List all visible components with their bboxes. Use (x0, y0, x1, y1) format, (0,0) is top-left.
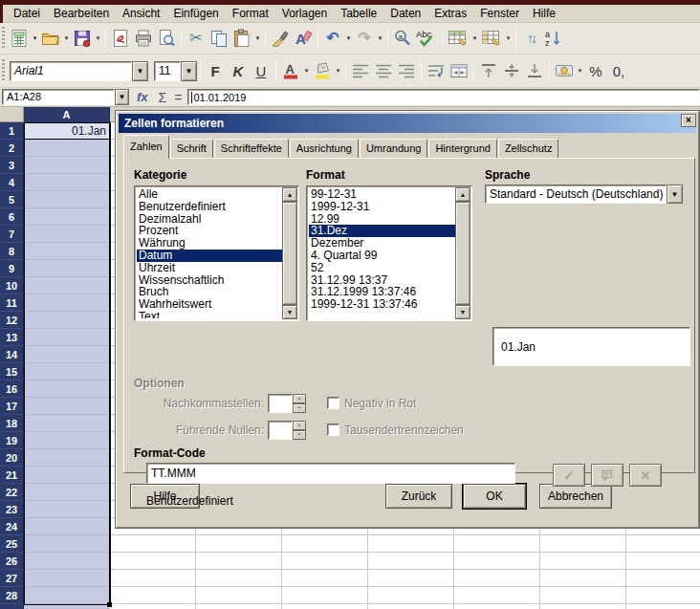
merge-cells-icon[interactable] (448, 59, 470, 82)
underline-icon[interactable]: U (250, 59, 273, 82)
row-header[interactable]: 21 (0, 467, 24, 484)
ok-button[interactable]: OK (463, 484, 526, 509)
copy-icon[interactable] (208, 27, 230, 50)
cut-icon[interactable]: ✂ (185, 27, 208, 50)
row-header[interactable]: 24 (0, 518, 24, 535)
apply-format-code-button[interactable]: ✓ (553, 464, 585, 487)
insert-row-dropdown-arrow[interactable]: ▾ (470, 27, 479, 50)
category-item[interactable]: Benutzerdefiniert (137, 201, 282, 213)
scrollbar-thumb[interactable] (455, 202, 470, 305)
dialog-tab[interactable]: Schrifteffekte (214, 139, 289, 158)
menu-item[interactable]: Daten (383, 5, 427, 22)
scroll-down-icon[interactable]: ▼ (455, 305, 470, 319)
selected-column-cells[interactable] (24, 122, 110, 609)
delete-format-code-button[interactable]: ✕ (629, 464, 662, 487)
print-preview-icon[interactable] (155, 27, 178, 50)
insert-column-dropdown-arrow[interactable]: ▾ (504, 27, 513, 50)
format-item[interactable]: 52 (309, 262, 455, 274)
font-size-combobox[interactable]: 11 (154, 61, 181, 81)
dialog-tab[interactable]: Schrift (170, 139, 213, 158)
dialog-close-button[interactable]: × (681, 114, 696, 127)
spelling-icon[interactable]: Abc (414, 27, 439, 50)
category-scrollbar[interactable]: ▲ ▼ (282, 187, 297, 319)
toolbar-drag-handle[interactable] (2, 59, 5, 82)
row-header[interactable]: 1 (0, 122, 24, 140)
row-header[interactable]: 16 (0, 381, 24, 398)
open-dropdown-arrow[interactable]: ▾ (62, 27, 71, 50)
toolbar-drag-handle[interactable] (2, 27, 5, 50)
function-wizard-icon[interactable]: fx (137, 90, 148, 104)
format-listbox[interactable]: 99-12-311999-12-3112.9931.DezDezember4. … (306, 185, 472, 321)
highlight-color-icon[interactable] (311, 59, 334, 82)
formula-icon[interactable]: = (174, 90, 182, 105)
font-color-dropdown-arrow[interactable]: ▾ (302, 59, 311, 82)
language-combobox[interactable]: Standard - Deutsch (Deutschland) ▼ (485, 185, 683, 204)
clear-formatting-icon[interactable]: A (292, 27, 315, 50)
row-header[interactable]: 4 (0, 174, 24, 191)
leading-zeros-input[interactable] (269, 422, 292, 439)
formula-input[interactable]: 01.01.2019 (187, 89, 700, 105)
clone-formatting-icon[interactable] (269, 27, 292, 50)
thousands-separator-checkbox[interactable] (327, 424, 339, 436)
font-name-value[interactable]: Arial1 (11, 62, 131, 80)
center-vertically-icon[interactable] (500, 59, 523, 82)
name-box[interactable]: A1:A28 (2, 89, 115, 105)
scroll-down-icon[interactable]: ▼ (282, 305, 297, 319)
row-header[interactable]: 5 (0, 191, 24, 208)
row-header[interactable]: 28 (0, 587, 24, 604)
row-header[interactable]: 23 (0, 501, 24, 518)
menu-item[interactable]: Ansicht (116, 5, 166, 22)
font-size-dropdown-button[interactable]: ▼ (181, 61, 197, 81)
cancel-button[interactable]: Abbrechen (539, 484, 612, 509)
insert-row-icon[interactable] (446, 27, 470, 50)
back-button[interactable]: Zurück (385, 484, 452, 509)
save-dropdown-arrow[interactable]: ▾ (94, 27, 102, 50)
format-item[interactable]: 1999-12-31 13:37:46 (309, 298, 455, 311)
percent-format-icon[interactable]: % (584, 59, 607, 82)
row-header[interactable]: 18 (0, 415, 24, 432)
sort-ascending-icon[interactable]: az (542, 27, 565, 50)
export-pdf-icon[interactable] (109, 27, 132, 50)
new-document-dropdown-arrow[interactable]: ▾ (31, 27, 39, 50)
dialog-tab[interactable]: Umrandung (360, 139, 427, 158)
row-header[interactable]: 25 (0, 535, 24, 553)
row-header[interactable]: 10 (0, 277, 24, 294)
format-code-field[interactable] (146, 463, 515, 484)
category-item[interactable]: Uhrzeit (137, 262, 282, 274)
category-item[interactable]: Alle (137, 188, 282, 201)
sum-icon[interactable]: Σ (159, 90, 167, 105)
row-header[interactable]: 15 (0, 363, 24, 381)
row-header[interactable]: 22 (0, 484, 24, 501)
italic-icon[interactable]: K (227, 59, 250, 82)
leading-zeros-spinner[interactable]: ▲ ▼ (268, 421, 306, 440)
menu-item[interactable]: Datei (7, 5, 47, 22)
row-header[interactable]: 17 (0, 398, 24, 415)
menu-item[interactable]: Tabelle (334, 5, 383, 22)
dialog-titlebar[interactable]: Zellen formatieren (119, 114, 696, 133)
menu-item[interactable]: Hilfe (526, 5, 562, 22)
bold-icon[interactable]: F (204, 59, 227, 82)
dialog-tab[interactable]: Zellschutz (498, 139, 559, 158)
menu-item[interactable]: Format (226, 5, 275, 22)
print-icon[interactable] (132, 27, 155, 50)
spin-down-icon[interactable]: ▼ (293, 430, 306, 440)
edit-comment-button[interactable] (591, 464, 623, 487)
align-left-icon[interactable] (349, 59, 372, 82)
dialog-tab[interactable]: Ausrichtung (290, 139, 359, 158)
menu-item[interactable]: Einfügen (166, 5, 225, 22)
menu-item[interactable]: Vorlagen (275, 5, 334, 22)
undo-icon[interactable]: ↶ (321, 27, 344, 50)
row-header[interactable]: 27 (0, 570, 24, 587)
category-item[interactable]: Datum (137, 250, 282, 262)
menu-item[interactable]: Fenster (473, 5, 526, 22)
row-header[interactable]: 8 (0, 243, 24, 260)
name-box-dropdown-button[interactable]: ▼ (115, 89, 129, 105)
negative-red-checkbox[interactable] (327, 397, 339, 409)
undo-dropdown-arrow[interactable]: ▾ (344, 27, 353, 50)
language-dropdown-button[interactable]: ▼ (667, 185, 683, 204)
format-item[interactable]: 99-12-31 (309, 188, 455, 201)
align-right-icon[interactable] (395, 59, 418, 82)
spin-down-icon[interactable]: ▼ (293, 403, 306, 413)
row-header[interactable]: 3 (0, 157, 24, 174)
active-cell-a1[interactable]: 01.Jan (25, 123, 109, 140)
